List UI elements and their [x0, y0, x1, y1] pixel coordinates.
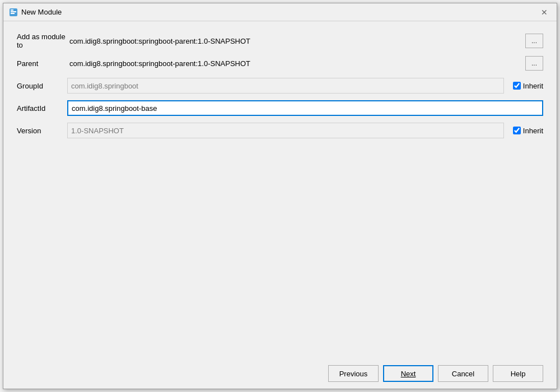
group-id-input[interactable]	[67, 78, 504, 94]
title-bar: New Module ✕	[3, 3, 557, 21]
form-content: Add as module to com.idig8.springboot:sp…	[3, 21, 557, 358]
version-inherit-checkbox[interactable]	[513, 127, 521, 134]
version-input[interactable]	[67, 123, 504, 138]
artifact-id-label: ArtifactId	[17, 104, 67, 113]
title-bar-left: New Module	[9, 8, 62, 17]
help-button-label: Help	[511, 370, 526, 378]
svg-rect-1	[11, 11, 16, 12]
group-id-row: GroupId Inherit	[17, 77, 543, 94]
add-as-module-browse-button[interactable]: ...	[525, 34, 543, 48]
add-as-module-row: Add as module to com.idig8.springboot:sp…	[17, 32, 543, 49]
cancel-button-label: Cancel	[452, 370, 474, 378]
close-button[interactable]: ✕	[538, 6, 551, 19]
group-id-inherit-label: Inherit	[523, 82, 543, 90]
version-inherit-label: Inherit	[523, 127, 543, 135]
group-id-label: GroupId	[17, 82, 67, 90]
cancel-button[interactable]: Cancel	[438, 365, 488, 382]
new-module-dialog: New Module ✕ Add as module to com.idig8.…	[3, 3, 557, 389]
artifact-id-input-wrapper	[67, 100, 543, 116]
svg-rect-2	[11, 13, 15, 14]
group-id-input-wrapper: Inherit	[67, 78, 543, 94]
content-spacer	[17, 144, 543, 347]
version-inherit-wrapper: Inherit	[513, 127, 543, 135]
dialog-title: New Module	[21, 8, 62, 16]
parent-row: Parent com.idig8.springboot:springboot-p…	[17, 55, 543, 72]
add-as-module-value: com.idig8.springboot:springboot-parent:1…	[67, 37, 521, 45]
next-button[interactable]: Next	[383, 365, 433, 382]
footer: Previous Next Cancel Help	[3, 358, 557, 389]
artifact-id-row: ArtifactId	[17, 100, 543, 116]
parent-browse-button[interactable]: ...	[525, 56, 543, 71]
group-id-inherit-checkbox[interactable]	[513, 82, 521, 90]
version-row: Version Inherit	[17, 122, 543, 139]
next-button-label: Next	[401, 370, 416, 378]
module-icon	[9, 8, 18, 17]
help-button[interactable]: Help	[493, 365, 543, 382]
svg-rect-3	[11, 10, 13, 11]
previous-button-label: Previous	[339, 370, 368, 378]
group-id-inherit-wrapper: Inherit	[513, 82, 543, 90]
parent-label: Parent	[17, 59, 67, 68]
version-input-wrapper: Inherit	[67, 123, 543, 138]
version-label: Version	[17, 127, 67, 135]
parent-value: com.idig8.springboot:springboot-parent:1…	[67, 59, 521, 68]
add-as-module-label: Add as module to	[17, 32, 67, 49]
previous-button[interactable]: Previous	[328, 365, 379, 382]
artifact-id-input[interactable]	[67, 100, 543, 116]
